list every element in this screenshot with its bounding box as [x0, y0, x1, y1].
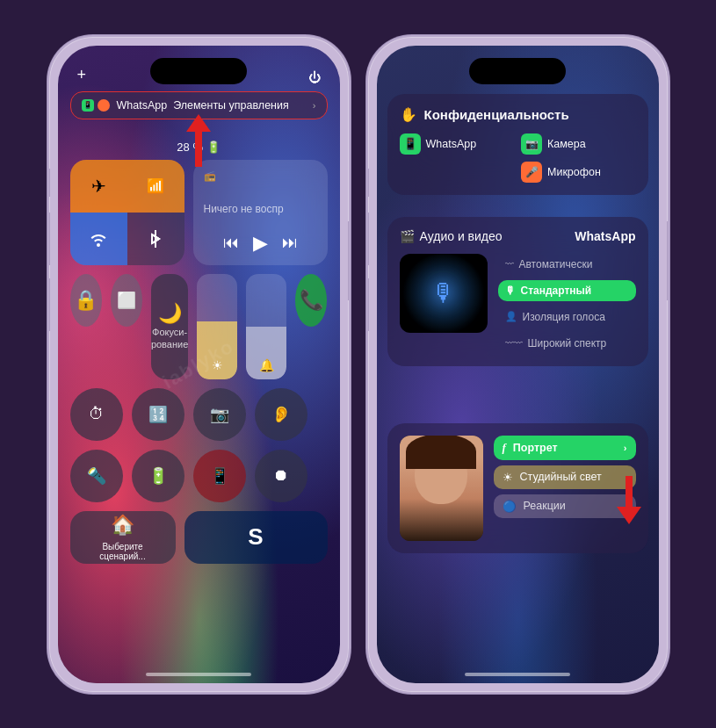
privacy-panel: ✋ Конфиденциальность 📱 WhatsApp 📷 Камера… — [387, 94, 648, 195]
moon-icon: 🌙 — [158, 302, 182, 325]
side-button-vol-up[interactable] — [47, 213, 50, 265]
face-shape — [415, 443, 467, 504]
av-title-text: Аудио и видео — [420, 229, 503, 243]
connectivity-block: ✈ 📶 — [70, 160, 184, 265]
mic-app-label: Микрофон — [547, 166, 601, 178]
mic-glow-icon: 🎙 — [431, 278, 456, 307]
av-option-wide[interactable]: 〰〰 Широкий спектр — [498, 333, 636, 354]
privacy-title-row: ✋ Конфиденциальность — [400, 106, 636, 123]
phone-2-screen: ✋ Конфиденциальность 📱 WhatsApp 📷 Камера… — [377, 46, 659, 683]
arrow-stem — [195, 132, 202, 167]
phone2-side-button-mute[interactable] — [366, 169, 369, 197]
camera-app-icon: 📷 — [521, 133, 542, 155]
focus-label: Фокуси-рование — [151, 327, 188, 350]
arrow-stem-2 — [626, 476, 633, 507]
selfie-thumbnail — [400, 436, 483, 541]
reactions-button[interactable]: 🔵 Реакции — [494, 494, 636, 518]
phone-1-screen: iablyko + ⏻ 📱 WhatsApp Элементы управлен… — [58, 46, 340, 683]
av2-content: f Портрет › ☀ Студийный свет 🔵 Реакции — [400, 436, 636, 541]
privacy-app-camera: 📷 Камера — [521, 133, 636, 155]
camera-button[interactable]: 📷 — [193, 388, 246, 441]
side-button-vol-down[interactable] — [47, 278, 50, 331]
screen2-background: ✋ Конфиденциальность 📱 WhatsApp 📷 Камера… — [377, 46, 659, 683]
next-button[interactable]: ⏭ — [282, 234, 298, 252]
video-effects-panel: f Портрет › ☀ Студийный свет 🔵 Реакции — [387, 423, 648, 553]
media-source-icon: 📻 — [204, 170, 216, 182]
mic-indicator-dot — [98, 99, 110, 112]
media-top: 📻 — [204, 170, 317, 182]
screen-lock-button[interactable]: 🔒 — [70, 274, 102, 327]
audio-visual: 🎙 — [400, 254, 488, 333]
video-effects-options: f Портрет › ☀ Студийный свет 🔵 Реакции — [494, 436, 636, 541]
home-label: Выберитесценарий... — [99, 542, 145, 561]
audio-video-panel: 🎬 Аудио и видео WhatsApp 🎙 〰 Авто — [387, 217, 648, 366]
mic-app-icon: 🎤 — [521, 162, 542, 183]
play-button[interactable]: ▶ — [253, 232, 268, 255]
add-icon[interactable]: + — [77, 66, 87, 84]
av-isolation-label: Изоляция голоса — [523, 311, 605, 323]
av-app-name: WhatsApp — [575, 229, 635, 243]
remote-button[interactable]: 📱 — [193, 450, 246, 502]
media-controls: ⏮ ▶ ⏭ — [204, 232, 317, 255]
notif-subtitle: Элементы управления — [173, 99, 289, 112]
cc-row4: 🔦 🔋 📱 ⏺ — [70, 450, 328, 502]
red-arrow-up — [186, 114, 211, 167]
power-icon[interactable]: ⏻ — [308, 70, 321, 84]
studio-light-button[interactable]: ☀ Студийный свет — [494, 465, 636, 489]
hearing-button[interactable]: 👂 — [255, 388, 307, 441]
privacy-app-mic: 🎤 Микрофон — [521, 162, 636, 183]
phone-call-button[interactable]: 📞 — [295, 274, 327, 327]
cc-row5: 🏠 Выберитесценарий... S — [70, 511, 328, 564]
record-button[interactable]: ⏺ — [255, 450, 307, 502]
media-nothing-text: Ничего не воспр — [204, 203, 317, 215]
av-header: 🎬 Аудио и видео WhatsApp — [400, 229, 636, 243]
calculator-button[interactable]: 🔢 — [132, 388, 184, 441]
phone2-side-button-vol-up[interactable] — [366, 213, 369, 265]
av-icon: 🎬 — [400, 229, 415, 243]
portrait-effect-button[interactable]: f Портрет › — [494, 436, 636, 460]
wifi-button[interactable] — [70, 213, 127, 265]
dynamic-island-2 — [469, 58, 566, 84]
reactions-label: Реакции — [524, 500, 566, 512]
phone2-side-button-vol-down[interactable] — [366, 278, 369, 331]
home-scene-button[interactable]: 🏠 Выберитесценарий... — [70, 511, 176, 564]
av-option-standard[interactable]: 🎙 Стандартный — [498, 280, 636, 301]
dynamic-island — [150, 58, 247, 84]
privacy-hand-icon: ✋ — [400, 106, 417, 123]
av-option-auto[interactable]: 〰 Автоматически — [498, 254, 636, 275]
shazam-button[interactable]: S — [184, 511, 328, 564]
av-content: 🎙 〰 Автоматически 🎙 Стандартный — [400, 254, 636, 354]
phone-1: iablyko + ⏻ 📱 WhatsApp Элементы управлен… — [47, 35, 351, 694]
notif-icons: 📱 — [82, 99, 110, 112]
home-icon: 🏠 — [111, 514, 134, 537]
notification-text: WhatsApp Элементы управления — [117, 99, 306, 112]
side-button-mute[interactable] — [47, 169, 50, 197]
portrait-icon: f — [503, 441, 506, 455]
screen-mirror-button[interactable]: ⬜ — [111, 274, 142, 327]
reactions-icon: 🔵 — [503, 500, 517, 513]
timer-button[interactable]: ⏱ — [70, 388, 123, 441]
arrow-head — [186, 114, 211, 132]
bluetooth-button[interactable] — [127, 213, 184, 265]
cc-row1: ✈ 📶 📻 Ничего не вос — [70, 160, 328, 265]
wifi-direct-button[interactable]: 📶 — [127, 160, 184, 213]
whatsapp-app-label: WhatsApp — [426, 138, 477, 150]
camera-app-label: Камера — [547, 138, 586, 150]
av-standard-label: Стандартный — [521, 285, 592, 297]
airplane-mode-button[interactable]: ✈ — [70, 160, 127, 213]
studio-icon: ☀ — [503, 471, 513, 484]
av-standard-icon: 🎙 — [505, 285, 516, 297]
av-wide-icon: 〰〰 — [505, 338, 523, 348]
home-indicator-2 — [465, 673, 570, 676]
flashlight-button[interactable]: 🔦 — [70, 450, 123, 502]
side-button-power[interactable] — [348, 221, 351, 300]
av-auto-label: Автоматически — [519, 258, 593, 270]
phone2-side-button-power[interactable] — [667, 221, 669, 300]
battery-button[interactable]: 🔋 — [132, 450, 184, 502]
av-option-isolation[interactable]: 👤 Изоляция голоса — [498, 306, 636, 328]
av-auto-icon: 〰 — [505, 259, 514, 269]
volume-slider[interactable]: 🔔 — [246, 274, 286, 379]
av-isolation-icon: 👤 — [505, 311, 517, 322]
selfie-face — [400, 436, 483, 541]
prev-button[interactable]: ⏮ — [223, 234, 239, 252]
